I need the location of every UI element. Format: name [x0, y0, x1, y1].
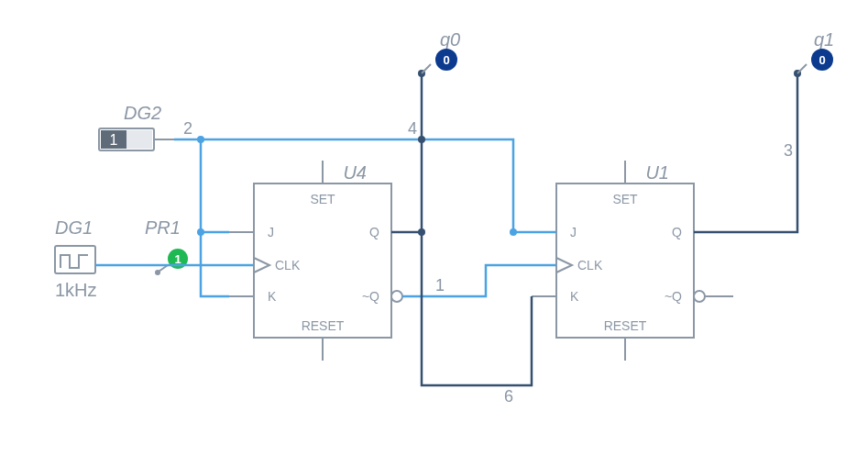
- svg-text:~Q: ~Q: [665, 289, 682, 304]
- svg-line-39: [797, 64, 807, 73]
- net-1: 1: [95, 265, 556, 296]
- net6-label: 6: [504, 387, 513, 406]
- q0-value: 0: [443, 53, 449, 67]
- svg-text:K: K: [268, 289, 277, 304]
- svg-text:J: J: [268, 225, 274, 239]
- component-u4[interactable]: U4 SET RESET J CLK K Q ~Q: [229, 161, 402, 361]
- svg-point-31: [197, 136, 204, 143]
- clk-triangle-icon: [556, 258, 572, 272]
- svg-text:Q: Q: [369, 225, 379, 239]
- u1-ref: U1: [645, 162, 669, 183]
- component-dg2[interactable]: DG2 1: [99, 103, 174, 150]
- q1-value: 0: [819, 53, 825, 67]
- svg-line-37: [422, 64, 431, 73]
- svg-text:K: K: [570, 289, 579, 304]
- output-q1[interactable]: q1 0: [794, 29, 834, 77]
- svg-point-34: [418, 228, 425, 236]
- pr1-value: 1: [174, 252, 181, 266]
- svg-text:~Q: ~Q: [362, 289, 379, 304]
- net3-label: 3: [784, 141, 793, 160]
- component-dg1[interactable]: DG1 1kHz: [55, 217, 97, 300]
- net-3: 3: [694, 73, 797, 232]
- component-u1[interactable]: U1 SET RESET J CLK K Q ~Q: [532, 161, 733, 361]
- svg-point-33: [510, 228, 517, 236]
- svg-point-35: [418, 136, 425, 143]
- svg-text:CLK: CLK: [275, 258, 301, 272]
- inverter-bubble-icon: [391, 291, 402, 302]
- q0-label: q0: [440, 29, 460, 50]
- net4-label: 4: [408, 119, 417, 138]
- dg1-ref: DG1: [55, 217, 93, 238]
- svg-rect-2: [126, 130, 152, 149]
- probe-pr1[interactable]: PR1 1: [145, 217, 188, 275]
- net2-label: 2: [183, 119, 192, 138]
- schematic-canvas[interactable]: DG2 1 DG1 1kHz PR1 1 U4 SET RESET J CLK: [0, 0, 868, 467]
- inverter-bubble-icon: [694, 291, 705, 302]
- u4-ref: U4: [343, 162, 367, 183]
- dg2-value: 1: [110, 132, 118, 148]
- pr1-ref: PR1: [145, 217, 181, 238]
- svg-point-32: [197, 228, 204, 236]
- clk-triangle-icon: [254, 258, 269, 272]
- svg-text:SET: SET: [612, 192, 638, 206]
- svg-point-6: [155, 270, 160, 275]
- q1-label: q1: [814, 29, 834, 50]
- net1-label: 1: [435, 276, 445, 295]
- output-q0[interactable]: q0 0: [418, 29, 460, 77]
- net-4: 4: [408, 119, 556, 236]
- svg-text:RESET: RESET: [604, 318, 647, 333]
- svg-text:CLK: CLK: [577, 258, 603, 272]
- dg2-ref: DG2: [124, 103, 161, 123]
- svg-text:Q: Q: [672, 225, 682, 239]
- dg1-freq: 1kHz: [55, 280, 97, 300]
- svg-text:J: J: [570, 225, 577, 239]
- svg-text:RESET: RESET: [302, 318, 345, 333]
- svg-text:SET: SET: [310, 192, 335, 206]
